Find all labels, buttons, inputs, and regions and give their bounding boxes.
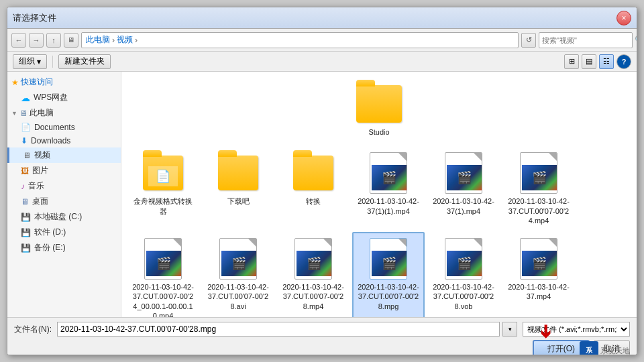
file-grid: Studio 📄 金舟视频格式转换器 下载吧 [127,77,631,317]
file-item-vid7[interactable]: 🎬 2020-11-03-10-42-37.CUT.00'07-00'28.mp… [352,232,425,317]
vid9-label: 2020-11-03-10-42-37.mp4 [506,282,571,302]
toolbar-right: ⊞ ▤ ☷ ? [564,54,631,69]
xiazaba-label: 下载吧 [227,196,250,206]
disk-e-icon: 💾 [21,243,31,253]
vid2-img: 🎬 [447,165,482,190]
sidebar-item-desktop[interactable]: 🖥 桌面 [7,194,121,209]
organize-button[interactable]: 组织 ▾ [13,54,47,69]
close-button[interactable]: × [616,11,631,25]
file-item-vid2[interactable]: 🎬 2020-11-03-10-42-37(1).mp4 [427,146,500,229]
wps-label: WPS网盘 [34,92,68,103]
sidebar-item-wps[interactable]: ☁ WPS网盘 [7,90,121,105]
vid8-thumb: 🎬 [447,251,482,276]
computer-icon: 🖥 [19,109,28,118]
up-button[interactable]: ↑ [46,33,61,48]
vid5-label: 2020-11-03-10-42-37.CUT.00'07-00'28.avi [206,282,270,311]
zhuanhuan-icon-wrap [289,152,337,194]
vid3-label: 2020-11-03-10-42-37.CUT.00'07-00'24.mp4 [506,196,571,225]
view-button-1[interactable]: ⊞ [564,54,579,69]
filename-input[interactable] [57,322,500,337]
breadcrumb[interactable]: 此电脑 › 视频 › [81,32,519,48]
sidebar-item-disk-d[interactable]: 💾 软件 (D:) [7,225,121,240]
sidebar: ★ 快速访问 ☁ WPS网盘 ▼ 🖥 此电脑 📄 Documents ⬇ Dow… [7,72,121,317]
new-folder-button[interactable]: 新建文件夹 [58,54,111,69]
computer-icon-button[interactable]: 🖥 [64,33,78,48]
file-item-vid5[interactable]: 🎬 2020-11-03-10-42-37.CUT.00'07-00'28.av… [202,232,274,317]
file-area[interactable]: Studio 📄 金舟视频格式转换器 下载吧 [121,72,637,317]
file-item-studio[interactable]: Studio [343,77,415,141]
file-item-vid8[interactable]: 🎬 2020-11-03-10-42-37.CUT.00'07-00'28.vo… [427,232,500,317]
main-content: ★ 快速访问 ☁ WPS网盘 ▼ 🖥 此电脑 📄 Documents ⬇ Dow… [7,72,637,317]
back-button[interactable]: ← [11,33,26,48]
sidebar-item-disk-e[interactable]: 💾 备份 (E:) [7,240,121,255]
vid1-img: 🎬 [372,165,407,190]
file-item-vid1[interactable]: 🎬 2020-11-03-10-42-37(1)(1).mp4 [352,146,425,229]
filename-dropdown-button[interactable]: ▾ [502,322,517,337]
sidebar-quick-access-header[interactable]: ★ 快速访问 [7,74,121,90]
vid7-label: 2020-11-03-10-42-37.CUT.00'07-00'28.mpg [356,282,421,311]
sidebar-item-disk-c[interactable]: 💾 本地磁盘 (C:) [7,209,121,225]
title-bar: 请选择文件 × [7,7,637,29]
images-icon: 🖼 [21,166,29,176]
watermark: 系 系统天地 [580,341,630,355]
vid1-thumb: 🎬 [372,165,407,190]
downloads-icon: ⬇ [21,136,28,145]
disk-d-label: 软件 (D:) [34,227,66,238]
file-item-vid6[interactable]: 🎬 2020-11-03-10-42-37.CUT.00'07-00'28.mp… [277,232,350,317]
breadcrumb-sep2: › [135,36,138,45]
vid2-icon-wrap: 🎬 [439,152,488,194]
sidebar-item-downloads[interactable]: ⬇ Downloads [7,134,121,147]
expand-icon: ▼ [11,110,17,117]
music-label: 音乐 [28,180,44,192]
studio-row: Studio [127,77,631,141]
sidebar-item-images[interactable]: 🖼 图片 [7,163,121,178]
watermark-icon: 系 [580,341,598,355]
filename-input-wrap: ▾ [57,322,517,337]
view-button-3[interactable]: ☷ [599,54,614,69]
vid8-label: 2020-11-03-10-42-37.CUT.00'07-00'28.vob [431,282,496,311]
file-item-vid9[interactable]: 🎬 2020-11-03-10-42-37.mp4 [502,232,575,317]
vid2-file-icon: 🎬 [445,152,482,194]
documents-icon: 📄 [21,123,31,132]
toolbar: 组织 ▾ 新建文件夹 ⊞ ▤ ☷ ? [7,52,637,72]
disk-c-label: 本地磁盘 (C:) [34,211,82,223]
vid9-file-icon: 🎬 [520,238,557,280]
breadcrumb-computer[interactable]: 此电脑 [86,34,110,46]
vid3-file-icon: 🎬 [520,152,557,194]
file-item-xiazaba[interactable]: 下载吧 [202,146,274,229]
vid7-thumb: 🎬 [372,251,407,276]
videos-icon: 🖥 [23,151,31,160]
sidebar-item-documents[interactable]: 📄 Documents [7,121,121,134]
organize-arrow: ▾ [37,57,41,66]
help-button[interactable]: ? [616,54,631,69]
search-input[interactable] [542,36,635,44]
sidebar-item-music[interactable]: ♪ 音乐 [7,178,121,194]
search-box[interactable]: 🔍 [539,32,633,48]
address-bar: ← → ↑ 🖥 此电脑 › 视频 › ↺ 🔍 [7,29,637,52]
vid5-thumb: 🎬 [221,251,256,276]
file-item-zhuanhuan[interactable]: 转换 [277,146,350,229]
xiazaba-icon-wrap [214,152,262,194]
vid7-file-icon: 🎬 [370,238,407,280]
vid3-img: 🎬 [522,165,557,190]
forward-button[interactable]: → [29,33,44,48]
xiazaba-folder-icon [218,156,258,190]
refresh-button[interactable]: ↺ [521,33,536,48]
vid8-img: 🎬 [447,251,482,276]
view-button-2[interactable]: ▤ [582,54,596,69]
vid8-icon-wrap: 🎬 [439,237,488,280]
documents-label: Documents [34,123,75,132]
file-item-vid4[interactable]: 🎬 2020-11-03-10-42-37.CUT.00'07-00'24_00… [127,232,199,317]
vid7-icon-wrap: 🎬 [364,237,413,280]
breadcrumb-sep1: › [112,36,115,45]
sidebar-item-videos[interactable]: 🖥 视频 [7,147,121,163]
new-folder-label: 新建文件夹 [64,56,105,67]
vid4-file-icon: 🎬 [144,238,182,280]
vid5-file-icon: 🎬 [219,238,257,280]
vid9-icon-wrap: 🎬 [515,237,563,280]
file-item-jinzhou[interactable]: 📄 金舟视频格式转换器 [127,146,199,229]
file-item-vid3[interactable]: 🎬 2020-11-03-10-42-37.CUT.00'07-00'24.mp… [502,146,575,229]
breadcrumb-videos[interactable]: 视频 [117,34,133,46]
desktop-label: 桌面 [32,196,48,207]
sidebar-computer-header[interactable]: ▼ 🖥 此电脑 [7,105,121,121]
